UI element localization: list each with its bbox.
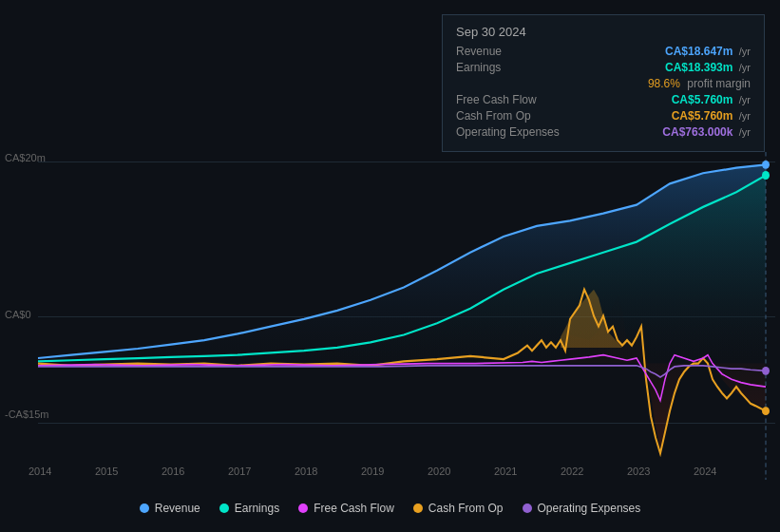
legend-earnings-label: Earnings [235, 502, 279, 515]
tooltip-revenue-value: CA$18.647m [665, 45, 732, 58]
x-label-2021: 2021 [494, 466, 517, 477]
tooltip-cashop-unit: /yr [739, 110, 751, 122]
tooltip-earnings-label: Earnings [456, 61, 501, 74]
x-label-2018: 2018 [295, 466, 317, 477]
legend-revenue[interactable]: Revenue [140, 502, 200, 515]
tooltip-profit-row: 98.6% profit margin [456, 77, 751, 90]
tooltip-earnings-value: CA$18.393m [665, 61, 732, 74]
tooltip-date: Sep 30 2024 [456, 25, 751, 39]
chart-legend: Revenue Earnings Free Cash Flow Cash Fro… [0, 502, 780, 515]
legend-cashop-dot [413, 504, 423, 513]
legend-cashop-label: Cash From Op [428, 502, 504, 515]
legend-earnings[interactable]: Earnings [219, 502, 279, 515]
legend-revenue-dot [140, 504, 149, 513]
x-label-2017: 2017 [228, 466, 251, 477]
chart-area: CA$20m CA$0 -CA$15m [0, 152, 780, 480]
tooltip-profit-text: profit margin [684, 77, 751, 90]
legend-fcf[interactable]: Free Cash Flow [298, 502, 394, 515]
legend-opex-dot [523, 504, 532, 513]
tooltip-fcf-value: CA$5.760m [672, 93, 733, 106]
earnings-dot [762, 171, 770, 180]
tooltip-opex-unit: /yr [739, 126, 751, 138]
tooltip-earnings-unit: /yr [739, 62, 751, 73]
tooltip-fcf-unit: /yr [739, 94, 751, 105]
x-label-2022: 2022 [561, 466, 583, 477]
tooltip-profit-pct: 98.6% [648, 77, 680, 90]
tooltip-opex-value: CA$763.000k [662, 125, 732, 139]
x-label-2020: 2020 [428, 466, 450, 477]
legend-revenue-label: Revenue [155, 502, 200, 515]
legend-earnings-dot [219, 504, 229, 513]
tooltip-opex-label: Operating Expenses [456, 125, 560, 139]
x-label-2024: 2024 [694, 466, 716, 477]
tooltip-fcf-label: Free Cash Flow [456, 93, 537, 106]
legend-cashop[interactable]: Cash From Op [413, 502, 504, 515]
tooltip-fcf-row: Free Cash Flow CA$5.760m /yr [456, 93, 751, 106]
legend-opex-label: Operating Expenses [538, 502, 641, 515]
tooltip-cashop-row: Cash From Op CA$5.760m /yr [456, 109, 751, 123]
x-label-2015: 2015 [95, 466, 118, 477]
tooltip-revenue-label: Revenue [456, 45, 502, 58]
legend-opex[interactable]: Operating Expenses [523, 502, 641, 515]
legend-fcf-label: Free Cash Flow [314, 502, 394, 515]
legend-fcf-dot [298, 504, 308, 513]
tooltip-cashop-label: Cash From Op [456, 109, 531, 123]
opex-dot [762, 367, 770, 375]
x-label-2014: 2014 [29, 466, 51, 477]
x-label-2019: 2019 [361, 466, 384, 477]
tooltip-revenue-row: Revenue CA$18.647m /yr [456, 45, 751, 58]
tooltip-revenue-unit: /yr [739, 46, 751, 57]
x-label-2016: 2016 [162, 466, 184, 477]
tooltip-earnings-row: Earnings CA$18.393m /yr [456, 61, 751, 74]
tooltip-cashop-value: CA$5.760m [672, 109, 733, 123]
cashop-dot [762, 407, 770, 415]
x-label-2023: 2023 [627, 466, 650, 477]
chart-svg [0, 152, 780, 480]
tooltip-panel: Sep 30 2024 Revenue CA$18.647m /yr Earni… [442, 14, 765, 152]
revenue-dot [762, 161, 770, 169]
tooltip-opex-row: Operating Expenses CA$763.000k /yr [456, 125, 751, 139]
